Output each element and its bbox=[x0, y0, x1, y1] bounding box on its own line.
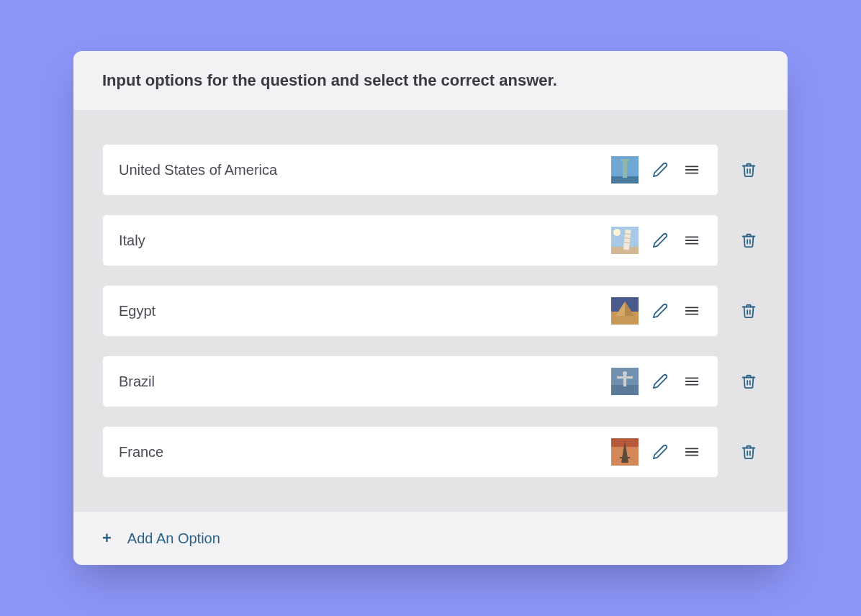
edit-icon[interactable] bbox=[650, 442, 670, 462]
svg-rect-2 bbox=[623, 160, 627, 178]
add-option-button[interactable]: + Add An Option bbox=[102, 529, 220, 548]
add-option-label: Add An Option bbox=[127, 530, 220, 547]
option-box[interactable]: United States of America bbox=[102, 144, 718, 196]
svg-rect-25 bbox=[611, 385, 639, 395]
svg-point-9 bbox=[613, 229, 621, 236]
option-box[interactable]: France bbox=[102, 426, 718, 478]
card-footer: + Add An Option bbox=[73, 511, 788, 565]
option-row: Italy bbox=[102, 214, 759, 266]
option-row: France bbox=[102, 426, 759, 478]
delete-icon[interactable] bbox=[739, 301, 759, 321]
option-thumbnail bbox=[611, 227, 639, 254]
svg-rect-27 bbox=[617, 376, 633, 379]
option-box[interactable]: Italy bbox=[102, 214, 718, 266]
edit-icon[interactable] bbox=[650, 160, 670, 180]
card-header: Input options for the question and selec… bbox=[73, 51, 788, 111]
plus-icon: + bbox=[102, 529, 112, 548]
drag-handle-icon[interactable] bbox=[682, 442, 702, 462]
option-thumbnail bbox=[611, 156, 639, 184]
options-card: Input options for the question and selec… bbox=[73, 51, 788, 565]
delete-icon[interactable] bbox=[739, 230, 759, 250]
option-box[interactable]: Brazil bbox=[102, 355, 718, 407]
option-thumbnail bbox=[611, 368, 639, 395]
drag-handle-icon[interactable] bbox=[682, 160, 702, 180]
option-label: France bbox=[119, 444, 600, 461]
delete-icon[interactable] bbox=[739, 442, 759, 462]
option-label: Brazil bbox=[119, 373, 600, 390]
option-label: Egypt bbox=[119, 303, 600, 320]
drag-handle-icon[interactable] bbox=[682, 230, 702, 250]
delete-icon[interactable] bbox=[739, 371, 759, 391]
drag-handle-icon[interactable] bbox=[682, 301, 702, 321]
option-box[interactable]: Egypt bbox=[102, 285, 718, 337]
option-row: Brazil bbox=[102, 355, 759, 407]
edit-icon[interactable] bbox=[650, 230, 670, 250]
option-label: United States of America bbox=[119, 162, 600, 178]
edit-icon[interactable] bbox=[650, 371, 670, 391]
svg-point-28 bbox=[623, 371, 627, 376]
svg-rect-3 bbox=[621, 159, 628, 162]
card-title: Input options for the question and selec… bbox=[102, 71, 759, 90]
option-row: Egypt bbox=[102, 285, 759, 337]
option-row: United States of America bbox=[102, 144, 759, 196]
option-label: Italy bbox=[119, 232, 600, 249]
edit-icon[interactable] bbox=[650, 301, 670, 321]
delete-icon[interactable] bbox=[739, 160, 759, 180]
option-thumbnail bbox=[611, 438, 639, 466]
option-thumbnail bbox=[611, 297, 639, 325]
svg-rect-35 bbox=[620, 457, 630, 458]
drag-handle-icon[interactable] bbox=[682, 371, 702, 391]
options-list: United States of AmericaItalyEgyptBrazil… bbox=[73, 111, 788, 511]
